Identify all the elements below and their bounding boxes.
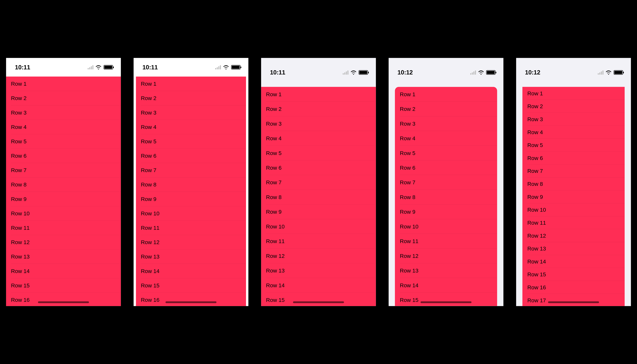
list-row[interactable]: Row 2 [6,91,121,106]
list-row[interactable]: Row 6 [261,160,376,175]
cellular-icon [343,70,349,74]
list-row[interactable]: Row 4 [395,131,497,146]
list-row[interactable]: Row 9 [261,204,376,219]
list-row[interactable]: Row 1 [261,87,376,102]
list-row[interactable]: Row 3 [136,106,246,120]
list-row[interactable]: Row 10 [6,206,121,220]
list-row[interactable]: Row 1 [395,87,497,102]
list-row[interactable]: Row 3 [522,113,625,126]
list-row[interactable]: Row 13 [261,263,376,278]
list-row[interactable]: Row 9 [136,192,246,206]
status-bar: 10:11 [261,58,376,87]
list[interactable]: Row 1 Row 2 Row 3 Row 4 Row 5 Row 6 Row … [522,87,625,306]
list-row[interactable]: Row 8 [6,178,121,192]
list-row[interactable]: Row 14 [136,264,246,278]
row-label: Row 5 [141,138,156,144]
list-row[interactable]: Row 11 [136,220,246,235]
list-row[interactable]: Row 16 [136,292,246,306]
list-row[interactable]: Row 14 [522,255,625,268]
list-row[interactable]: Row 15 [6,278,121,292]
list-row[interactable]: Row 16 [522,281,625,294]
row-label: Row 7 [266,179,281,186]
list-row[interactable]: Row 4 [6,120,121,134]
list-row[interactable]: Row 5 [136,134,246,148]
list-row[interactable]: Row 15 [522,268,625,281]
list-row[interactable]: Row 7 [522,164,625,178]
list-row[interactable]: Row 14 [6,264,121,278]
list-row[interactable]: Row 3 [395,116,497,131]
battery-icon [231,65,240,70]
list-row[interactable]: Row 4 [136,120,246,134]
list-row[interactable]: Row 13 [522,242,625,255]
list-row[interactable]: Row 5 [522,138,625,152]
list-row[interactable]: Row 17 [522,294,625,306]
wifi-icon [478,70,484,74]
list-row[interactable]: Row 6 [136,148,246,163]
list-row[interactable]: Row 8 [395,190,497,204]
list-row[interactable]: Row 5 [6,134,121,148]
list-row[interactable]: Row 9 [522,190,625,203]
list-row[interactable]: Row 15 [395,292,497,306]
list-row[interactable]: Row 4 [261,131,376,146]
list-row[interactable]: Row 4 [522,126,625,138]
row-label: Row 14 [141,268,160,274]
list-row[interactable]: Row 11 [522,216,625,229]
list-row[interactable]: Row 15 [136,278,246,292]
list-row[interactable]: Row 13 [6,250,121,264]
list-row[interactable]: Row 10 [395,219,497,234]
list-row[interactable]: Row 2 [261,102,376,116]
list-row[interactable]: Row 8 [261,190,376,204]
list-row[interactable]: Row 13 [136,250,246,264]
list-row[interactable]: Row 12 [136,235,246,250]
list-row[interactable]: Row 7 [395,175,497,190]
list-row[interactable]: Row 10 [261,219,376,234]
phone-screen-5: 10:12 Row 1 Row 2 Row 3 Row 4 Row [516,58,631,306]
list-row[interactable]: Row 15 [261,292,376,306]
list-row[interactable]: Row 12 [261,248,376,263]
list-row[interactable]: Row 5 [261,146,376,160]
list-row[interactable]: Row 10 [136,206,246,220]
list-row[interactable]: Row 6 [395,160,497,175]
list-row[interactable]: Row 1 [136,76,246,91]
list-row[interactable]: Row 7 [6,163,121,178]
row-label: Row 6 [400,164,415,171]
list[interactable]: Row 1 Row 2 Row 3 Row 4 Row 5 Row 6 Row … [261,87,376,306]
list-row[interactable]: Row 5 [395,146,497,160]
row-label: Row 2 [266,106,281,112]
list-row[interactable]: Row 2 [136,91,246,106]
list-row[interactable]: Row 7 [261,175,376,190]
list[interactable]: Row 1 Row 2 Row 3 Row 4 Row 5 Row 6 Row … [6,76,121,306]
list[interactable]: Row 1 Row 2 Row 3 Row 4 Row 5 Row 6 Row … [395,87,497,306]
row-label: Row 12 [400,253,418,259]
list-row[interactable]: Row 9 [395,204,497,219]
row-label: Row 4 [527,129,543,135]
list-row[interactable]: Row 10 [522,203,625,216]
list-row[interactable]: Row 1 [522,87,625,100]
list-row[interactable]: Row 12 [522,229,625,242]
row-label: Row 2 [141,95,156,101]
list-row[interactable]: Row 13 [395,263,497,278]
list-row[interactable]: Row 11 [395,234,497,248]
row-label: Row 4 [266,135,281,142]
list-row[interactable]: Row 6 [6,148,121,163]
list-row[interactable]: Row 1 [6,76,121,91]
list-row[interactable]: Row 12 [395,248,497,263]
list-row[interactable]: Row 8 [522,178,625,190]
list-row[interactable]: Row 2 [522,100,625,113]
list-row[interactable]: Row 7 [136,163,246,178]
list-row[interactable]: Row 6 [522,152,625,164]
list-row[interactable]: Row 11 [6,220,121,235]
list-row[interactable]: Row 2 [395,102,497,116]
list-row[interactable]: Row 12 [6,235,121,250]
cellular-icon [215,65,221,69]
list-row[interactable]: Row 3 [6,106,121,120]
row-label: Row 4 [11,124,27,130]
list-row[interactable]: Row 3 [261,116,376,131]
list[interactable]: Row 1 Row 2 Row 3 Row 4 Row 5 Row 6 Row … [136,76,246,306]
list-row[interactable]: Row 11 [261,234,376,248]
list-row[interactable]: Row 14 [395,278,497,292]
list-row[interactable]: Row 9 [6,192,121,206]
list-row[interactable]: Row 14 [261,278,376,292]
list-row[interactable]: Row 8 [136,178,246,192]
list-row[interactable]: Row 16 [6,292,121,306]
